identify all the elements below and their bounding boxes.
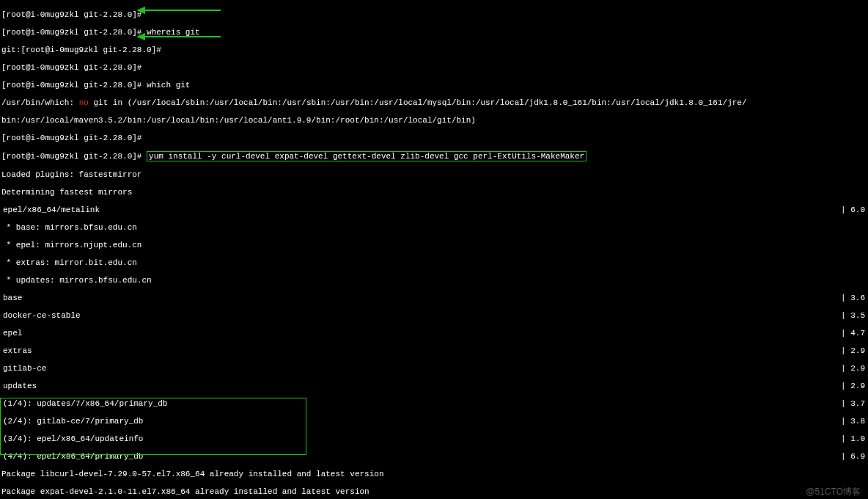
repo-size-line: epel| 4.7 — [1, 329, 868, 338]
arrow-icon — [136, 32, 224, 41]
yum-cmd-line: [root@i-0mug9zkl git-2.28.0]# yum instal… — [1, 151, 868, 161]
arrow-icon — [136, 6, 224, 15]
which-cmd-line: [root@i-0mug9zkl git-2.28.0]# which git — [1, 81, 868, 90]
prompt-line: [root@i-0mug9zkl git-2.28.0]# — [1, 134, 868, 142]
which-output-1: /usr/bin/which: no git in (/usr/local/sb… — [1, 98, 868, 107]
determining-mirrors: Determining fastest mirrors — [1, 188, 868, 197]
prompt-line: [root@i-0mug9zkl git-2.28.0]# — [1, 10, 868, 19]
repo-size-line: base| 3.6 — [1, 294, 868, 302]
epel-metalink: epel/x86_64/metalink| 6.0 — [1, 205, 868, 214]
repo-size-line: (1/4): updates/7/x86_64/primary_db| 3.7 — [1, 399, 868, 408]
repo-size-line: (4/4): epel/x86_64/primary_db| 6.9 — [1, 452, 868, 461]
watermark: @51CTO博客 — [806, 487, 861, 496]
svg-marker-3 — [136, 33, 145, 40]
whereis-output: git:[root@i-0mug9zkl git-2.28.0]# — [1, 45, 868, 54]
mirror-line: * base: mirrors.bfsu.edu.cn — [1, 223, 868, 232]
mirror-line: * extras: mirror.bit.edu.cn — [1, 258, 868, 267]
repo-size-line: (3/4): epel/x86_64/updateinfo| 1.0 — [1, 434, 868, 443]
terminal[interactable]: [root@i-0mug9zkl git-2.28.0]# [root@i-0m… — [0, 0, 868, 499]
loaded-plugins: Loaded plugins: fastestmirror — [1, 170, 868, 179]
repo-size-line: gitlab-ce| 2.9 — [1, 364, 868, 373]
repo-size-line: docker-ce-stable| 3.5 — [1, 311, 868, 320]
yum-command-highlight: yum install -y curl-devel expat-devel ge… — [147, 151, 586, 161]
already-installed: Package libcurl-devel-7.29.0-57.el7.x86_… — [1, 470, 868, 478]
which-output-2: bin:/usr/local/maven3.5.2/bin:/usr/local… — [1, 116, 868, 125]
repo-size-line: updates| 2.9 — [1, 382, 868, 390]
mirror-line: * updates: mirrors.bfsu.edu.cn — [1, 276, 868, 285]
prompt-line: [root@i-0mug9zkl git-2.28.0]# — [1, 63, 868, 72]
repo-size-line: extras| 2.9 — [1, 346, 868, 355]
no-text: no — [79, 98, 89, 107]
mirror-line: * epel: mirrors.njupt.edu.cn — [1, 241, 868, 249]
already-installed: Package expat-devel-2.1.0-11.el7.x86_64 … — [1, 487, 868, 496]
repo-size-line: (2/4): gitlab-ce/7/primary_db| 3.8 — [1, 417, 868, 426]
whereis-cmd-line: [root@i-0mug9zkl git-2.28.0]# whereis gi… — [1, 28, 868, 37]
svg-marker-1 — [136, 7, 145, 14]
